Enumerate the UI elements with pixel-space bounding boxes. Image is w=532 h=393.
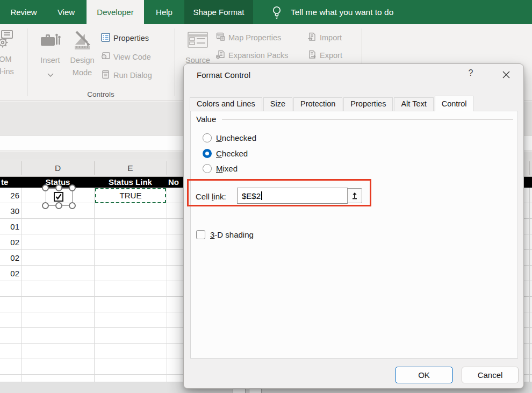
insert-controls-icon bbox=[40, 44, 61, 53]
tab-shape-format[interactable]: Shape Format bbox=[184, 0, 253, 24]
tab-view[interactable]: View bbox=[51, 0, 81, 24]
cell-date-partial[interactable]: 01 bbox=[0, 220, 19, 234]
map-properties-label: Map Properties bbox=[228, 33, 281, 42]
view-code-icon bbox=[101, 52, 110, 62]
gridline bbox=[529, 188, 530, 382]
radio-icon[interactable] bbox=[203, 133, 212, 142]
column-header-d[interactable]: D bbox=[21, 159, 94, 177]
column-header-e[interactable]: E bbox=[94, 159, 167, 177]
expansion-packs-icon bbox=[216, 50, 225, 61]
run-dialog-label: Run Dialog bbox=[113, 71, 152, 80]
radio-mixed[interactable]: Mixed bbox=[203, 162, 238, 174]
checkbox-form-control[interactable] bbox=[46, 188, 73, 206]
scrollbar-button[interactable] bbox=[249, 389, 262, 393]
radio-icon[interactable] bbox=[203, 164, 212, 173]
radio-mixed-label: Mixed bbox=[216, 164, 238, 173]
selection-handle[interactable] bbox=[55, 184, 62, 191]
selection-handle[interactable] bbox=[69, 202, 76, 209]
cell-date-partial[interactable]: 30 bbox=[0, 204, 19, 218]
expansion-packs-button[interactable]: Expansion Packs bbox=[216, 50, 288, 61]
controls-group-label: Controls bbox=[32, 90, 169, 98]
selection-handle[interactable] bbox=[42, 184, 49, 191]
dialog-tab-control[interactable]: Control bbox=[435, 96, 474, 111]
com-add-ins-button[interactable]: OM d-ins bbox=[0, 30, 18, 77]
header-date-partial: te bbox=[1, 177, 8, 188]
annotation-highlight-box bbox=[187, 179, 371, 206]
help-button[interactable]: ? bbox=[465, 68, 476, 81]
tab-help[interactable]: Help bbox=[149, 0, 179, 24]
excel-window: Review View Developer Help Shape Format … bbox=[0, 0, 532, 393]
gridline bbox=[167, 188, 167, 382]
group-divider bbox=[175, 28, 175, 96]
tell-me-box[interactable]: Tell me what you want to do bbox=[270, 0, 393, 24]
expansion-packs-label: Expansion Packs bbox=[228, 51, 288, 60]
radio-unchecked[interactable]: Unchecked bbox=[203, 132, 256, 144]
tell-me-label: Tell me what you want to do bbox=[291, 8, 393, 17]
run-dialog-icon bbox=[101, 70, 110, 81]
radio-checked[interactable]: Checked bbox=[203, 147, 248, 159]
close-button[interactable] bbox=[500, 68, 513, 81]
export-button[interactable]: Export bbox=[307, 50, 342, 61]
run-dialog-button[interactable]: Run Dialog bbox=[101, 70, 152, 81]
design-mode-button[interactable]: Design Mode bbox=[67, 28, 98, 78]
checkbox-icon[interactable] bbox=[196, 230, 205, 239]
com-add-ins-label-line1: OM bbox=[0, 53, 18, 65]
insert-label: Insert bbox=[35, 54, 65, 66]
tab-review[interactable]: Review bbox=[5, 0, 42, 24]
map-properties-button[interactable]: Map Properties bbox=[216, 32, 281, 43]
export-icon bbox=[307, 50, 317, 61]
ribbon-tab-bar: Review View Developer Help Shape Format … bbox=[0, 0, 532, 24]
design-mode-label-line1: Design bbox=[67, 54, 98, 66]
selection-handle[interactable] bbox=[69, 184, 76, 191]
lightbulb-icon bbox=[270, 5, 283, 20]
tab-developer[interactable]: Developer bbox=[87, 0, 144, 24]
selection-handle[interactable] bbox=[42, 202, 49, 209]
export-label: Export bbox=[320, 51, 342, 60]
group-divider-line bbox=[222, 119, 513, 120]
header-notes-partial: No bbox=[168, 177, 179, 188]
cell-date-partial[interactable]: 26 bbox=[0, 189, 19, 203]
design-mode-label-line2: Mode bbox=[67, 67, 98, 78]
header-status-link: Status Link bbox=[94, 177, 167, 188]
radio-selected-icon[interactable] bbox=[203, 149, 212, 158]
source-icon bbox=[187, 44, 209, 53]
cell-date-partial[interactable]: 02 bbox=[0, 235, 19, 249]
dialog-tab-strip: Colors and Lines Size Protection Propert… bbox=[190, 96, 475, 111]
radio-checked-label: Checked bbox=[216, 149, 248, 158]
scrollbar-button[interactable] bbox=[233, 389, 246, 393]
value-group-label: Value bbox=[196, 115, 216, 124]
import-icon bbox=[307, 32, 317, 43]
control-tab-page: Value Unchecked Checked Mixed 3-D shadin… bbox=[190, 111, 518, 359]
ok-button[interactable]: OK bbox=[395, 367, 453, 383]
sheet-checkbox[interactable] bbox=[54, 192, 63, 202]
cancel-button[interactable]: Cancel bbox=[462, 367, 519, 383]
dialog-tab-properties[interactable]: Properties bbox=[343, 97, 393, 111]
shading-checkbox-row[interactable]: 3-D shading bbox=[196, 230, 254, 239]
insert-controls-button[interactable]: Insert bbox=[35, 30, 65, 80]
dialog-tab-size[interactable]: Size bbox=[263, 97, 292, 111]
radio-unchecked-label: Unchecked bbox=[216, 133, 256, 142]
properties-button[interactable]: Properties bbox=[101, 33, 149, 44]
dialog-tab-protection[interactable]: Protection bbox=[293, 97, 342, 111]
linked-cell-e2[interactable]: TRUE bbox=[95, 188, 166, 203]
properties-label: Properties bbox=[113, 34, 149, 42]
dialog-tab-alt-text[interactable]: Alt Text bbox=[394, 97, 433, 111]
com-add-ins-label-line2: d-ins bbox=[0, 66, 18, 77]
chevron-down-icon bbox=[35, 68, 65, 80]
gridline bbox=[94, 188, 95, 382]
map-properties-icon bbox=[216, 32, 225, 43]
view-code-button[interactable]: View Code bbox=[101, 52, 151, 62]
dialog-tab-colors-and-lines[interactable]: Colors and Lines bbox=[190, 97, 262, 111]
import-button[interactable]: Import bbox=[307, 32, 342, 43]
check-icon bbox=[55, 194, 62, 200]
properties-icon bbox=[101, 33, 110, 44]
selection-handle[interactable] bbox=[55, 202, 62, 209]
close-icon bbox=[502, 71, 510, 78]
gridline bbox=[21, 188, 22, 382]
format-control-dialog: Format Control ? Colors and Lines Size P… bbox=[183, 63, 524, 389]
cell-date-partial[interactable]: 02 bbox=[0, 267, 19, 281]
view-code-label: View Code bbox=[113, 53, 151, 61]
shading-label: 3-D shading bbox=[210, 230, 254, 239]
source-button[interactable]: Source bbox=[185, 31, 211, 67]
cell-date-partial[interactable]: 02 bbox=[0, 251, 19, 265]
